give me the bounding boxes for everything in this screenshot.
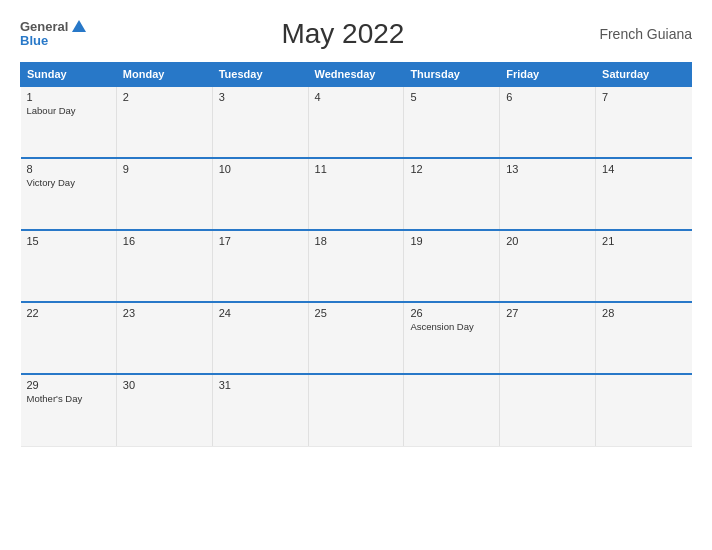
day-number: 9	[123, 163, 206, 175]
day-number: 14	[602, 163, 685, 175]
day-cell: 4	[308, 86, 404, 158]
day-number: 10	[219, 163, 302, 175]
day-cell: 21	[596, 230, 692, 302]
day-number: 31	[219, 379, 302, 391]
day-number: 20	[506, 235, 589, 247]
day-cell: 27	[500, 302, 596, 374]
day-cell: 22	[21, 302, 117, 374]
week-row-4: 2223242526Ascension Day2728	[21, 302, 692, 374]
holiday-label: Victory Day	[27, 177, 110, 188]
col-sunday: Sunday	[21, 63, 117, 87]
day-number: 5	[410, 91, 493, 103]
logo: General Blue	[20, 20, 86, 49]
day-cell: 8Victory Day	[21, 158, 117, 230]
day-number: 24	[219, 307, 302, 319]
holiday-label: Mother's Day	[27, 393, 110, 404]
calendar-page: General Blue May 2022 French Guiana Sund…	[0, 0, 712, 550]
day-number: 26	[410, 307, 493, 319]
week-row-5: 29Mother's Day3031	[21, 374, 692, 446]
day-number: 2	[123, 91, 206, 103]
day-cell: 2	[116, 86, 212, 158]
day-cell: 10	[212, 158, 308, 230]
day-number: 30	[123, 379, 206, 391]
calendar-table: Sunday Monday Tuesday Wednesday Thursday…	[20, 62, 692, 447]
logo-blue-text: Blue	[20, 34, 86, 48]
day-cell: 26Ascension Day	[404, 302, 500, 374]
day-number: 4	[315, 91, 398, 103]
logo-triangle-icon	[72, 20, 86, 32]
day-number: 8	[27, 163, 110, 175]
logo-general-text: General	[20, 20, 68, 34]
day-cell: 17	[212, 230, 308, 302]
day-number: 1	[27, 91, 110, 103]
day-cell: 7	[596, 86, 692, 158]
day-cell: 5	[404, 86, 500, 158]
day-cell: 24	[212, 302, 308, 374]
day-cell	[596, 374, 692, 446]
day-cell: 19	[404, 230, 500, 302]
week-row-1: 1Labour Day234567	[21, 86, 692, 158]
day-number: 3	[219, 91, 302, 103]
col-tuesday: Tuesday	[212, 63, 308, 87]
day-number: 17	[219, 235, 302, 247]
day-cell: 12	[404, 158, 500, 230]
day-number: 25	[315, 307, 398, 319]
day-number: 12	[410, 163, 493, 175]
day-cell: 29Mother's Day	[21, 374, 117, 446]
day-cell: 30	[116, 374, 212, 446]
day-cell: 1Labour Day	[21, 86, 117, 158]
col-thursday: Thursday	[404, 63, 500, 87]
col-saturday: Saturday	[596, 63, 692, 87]
day-cell: 16	[116, 230, 212, 302]
day-cell	[308, 374, 404, 446]
day-number: 15	[27, 235, 110, 247]
day-number: 29	[27, 379, 110, 391]
day-number: 13	[506, 163, 589, 175]
day-cell: 14	[596, 158, 692, 230]
col-wednesday: Wednesday	[308, 63, 404, 87]
day-number: 6	[506, 91, 589, 103]
day-cell: 3	[212, 86, 308, 158]
calendar-title: May 2022	[281, 18, 404, 50]
day-number: 28	[602, 307, 685, 319]
day-cell: 23	[116, 302, 212, 374]
day-cell: 25	[308, 302, 404, 374]
day-number: 21	[602, 235, 685, 247]
weekday-header-row: Sunday Monday Tuesday Wednesday Thursday…	[21, 63, 692, 87]
day-cell: 18	[308, 230, 404, 302]
week-row-3: 15161718192021	[21, 230, 692, 302]
day-cell: 28	[596, 302, 692, 374]
day-number: 11	[315, 163, 398, 175]
col-friday: Friday	[500, 63, 596, 87]
region-label: French Guiana	[599, 26, 692, 42]
day-cell	[500, 374, 596, 446]
holiday-label: Labour Day	[27, 105, 110, 116]
day-number: 22	[27, 307, 110, 319]
day-number: 18	[315, 235, 398, 247]
day-cell: 6	[500, 86, 596, 158]
day-number: 16	[123, 235, 206, 247]
week-row-2: 8Victory Day91011121314	[21, 158, 692, 230]
day-number: 7	[602, 91, 685, 103]
col-monday: Monday	[116, 63, 212, 87]
day-cell: 13	[500, 158, 596, 230]
day-cell: 15	[21, 230, 117, 302]
day-cell: 20	[500, 230, 596, 302]
holiday-label: Ascension Day	[410, 321, 493, 332]
day-number: 19	[410, 235, 493, 247]
day-cell: 11	[308, 158, 404, 230]
day-cell	[404, 374, 500, 446]
day-cell: 31	[212, 374, 308, 446]
day-cell: 9	[116, 158, 212, 230]
header: General Blue May 2022 French Guiana	[20, 18, 692, 50]
day-number: 23	[123, 307, 206, 319]
day-number: 27	[506, 307, 589, 319]
